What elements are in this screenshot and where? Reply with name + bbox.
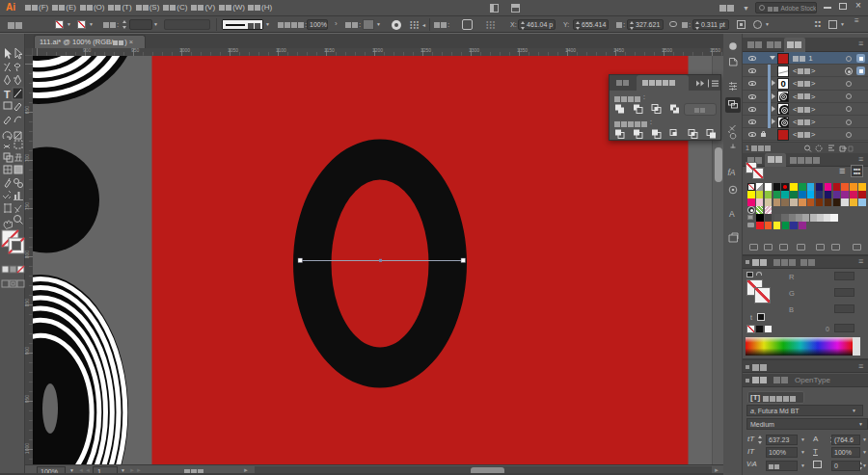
svg-text:T: T [4, 89, 11, 100]
svg-text:fA: fA [728, 168, 736, 177]
svg-text:A: A [729, 209, 735, 219]
